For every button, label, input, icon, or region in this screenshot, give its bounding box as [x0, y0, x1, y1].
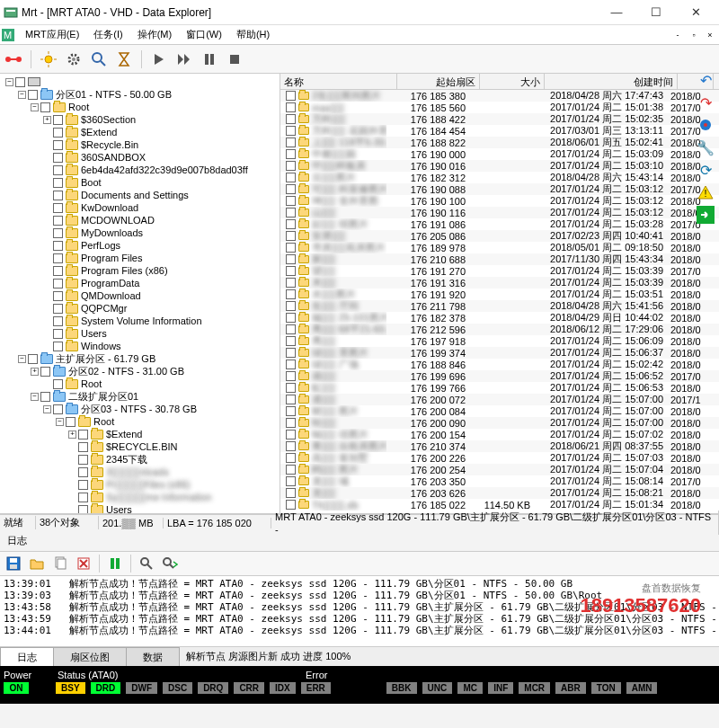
tree-node[interactable]: Boot — [2, 176, 278, 189]
row-checkbox[interactable] — [286, 476, 296, 486]
tree-checkbox[interactable] — [53, 216, 63, 226]
row-checkbox[interactable] — [286, 289, 296, 299]
menu-window[interactable]: 窗口(W) — [179, 26, 229, 43]
tree-node[interactable]: −分区01 - NTFS - 50.00 GB — [2, 88, 278, 101]
tree-node[interactable]: −主扩展分区 - 61.79 GB — [2, 352, 278, 365]
tree-checkbox[interactable] — [53, 165, 63, 175]
row-checkbox[interactable] — [286, 254, 296, 264]
row-checkbox[interactable] — [286, 430, 296, 439]
tree-checkbox[interactable] — [53, 253, 63, 263]
mdi-minimize[interactable]: - — [670, 29, 685, 41]
sun-icon[interactable] — [39, 49, 58, 69]
menu-help[interactable]: 帮助(H) — [229, 26, 277, 43]
tree-node[interactable]: −Root — [2, 101, 278, 113]
col-start-sector[interactable]: 起始扇区 — [397, 74, 480, 89]
tree-checkbox[interactable] — [78, 430, 88, 439]
row-checkbox[interactable] — [286, 395, 296, 404]
pause-log-icon[interactable] — [105, 554, 125, 573]
tree-node[interactable]: Windows — [2, 340, 278, 352]
log-output[interactable]: 13:39:01 解析节点成功！节点路径 = MRT ATA0 - zeeksy… — [0, 576, 719, 646]
row-checkbox[interactable] — [286, 278, 296, 288]
tree-node[interactable]: QQPCMgr — [2, 302, 278, 315]
open-icon[interactable] — [27, 554, 47, 573]
close-button[interactable]: ✕ — [676, 4, 715, 22]
tree-node[interactable]: Users — [2, 503, 278, 513]
tree-node[interactable]: MyDownloads — [2, 226, 278, 239]
tree-checkbox[interactable] — [40, 392, 50, 402]
tab-log[interactable]: 日志 — [0, 647, 54, 666]
expand-toggle[interactable]: − — [18, 91, 26, 99]
row-checkbox[interactable] — [286, 184, 296, 194]
row-checkbox[interactable] — [286, 383, 296, 393]
row-checkbox[interactable] — [286, 324, 296, 334]
gear-icon[interactable] — [64, 49, 84, 69]
expand-toggle[interactable]: − — [43, 405, 51, 413]
row-checkbox[interactable] — [286, 301, 296, 311]
row-checkbox[interactable] — [286, 441, 296, 451]
tree-checkbox[interactable] — [53, 115, 63, 125]
minimize-button[interactable]: ― — [597, 4, 636, 22]
row-checkbox[interactable] — [286, 406, 296, 416]
warning-icon[interactable]: ! — [696, 182, 715, 202]
tree-checkbox[interactable] — [53, 379, 63, 389]
list-header[interactable]: 名称 起始扇区 大小 创建时间 — [280, 74, 719, 90]
forward-arrow-icon[interactable] — [696, 205, 715, 225]
row-checkbox[interactable] — [286, 173, 296, 182]
tab-data[interactable]: 数据 — [126, 647, 180, 666]
tree-checkbox[interactable] — [66, 417, 75, 427]
tree-checkbox[interactable] — [53, 128, 63, 138]
tree-checkbox[interactable] — [28, 354, 38, 364]
row-checkbox[interactable] — [286, 453, 296, 463]
find-next-icon[interactable] — [160, 554, 180, 573]
row-checkbox[interactable] — [286, 360, 296, 369]
tree-checkbox[interactable] — [53, 316, 63, 326]
col-ctime[interactable]: 创建时间 — [545, 74, 678, 89]
row-checkbox[interactable] — [286, 126, 296, 136]
expand-toggle[interactable]: − — [31, 103, 39, 111]
tree-checkbox[interactable] — [53, 329, 63, 339]
tree-checkbox[interactable] — [78, 467, 88, 477]
expand-toggle[interactable]: − — [56, 418, 64, 426]
row-checkbox[interactable] — [286, 219, 296, 229]
row-checkbox[interactable] — [286, 266, 296, 276]
tree-checkbox[interactable] — [53, 191, 63, 200]
expand-toggle[interactable]: + — [68, 431, 76, 439]
expand-toggle[interactable]: + — [31, 368, 39, 376]
refresh-icon[interactable]: ⟳ — [696, 160, 715, 180]
tree-node[interactable]: −二级扩展分区01 — [2, 390, 278, 403]
expand-toggle[interactable]: − — [31, 393, 39, 401]
row-checkbox[interactable] — [286, 336, 296, 346]
tree-node[interactable]: +$360Section — [2, 113, 278, 126]
expand-toggle[interactable]: − — [5, 78, 13, 86]
tree-checkbox[interactable] — [28, 90, 38, 100]
row-checkbox[interactable] — [286, 114, 296, 124]
tree-node[interactable]: Pr▒▒▒▒Files (x86) — [2, 478, 278, 491]
hourglass-icon[interactable] — [114, 49, 134, 69]
row-checkbox[interactable] — [286, 488, 296, 498]
row-checkbox[interactable] — [286, 161, 296, 171]
row-checkbox[interactable] — [286, 138, 296, 147]
row-checkbox[interactable] — [286, 418, 296, 428]
stop-icon[interactable] — [225, 49, 244, 69]
tree-node[interactable]: PerfLogs — [2, 239, 278, 252]
search-icon[interactable] — [89, 49, 109, 69]
tree-node[interactable]: System Volume Information — [2, 315, 278, 327]
row-checkbox[interactable] — [286, 500, 296, 510]
tree-node[interactable]: $RECYCLE.BIN — [2, 440, 278, 453]
tree-checkbox[interactable] — [53, 228, 63, 238]
tree-checkbox[interactable] — [53, 153, 63, 163]
mdi-restore[interactable]: ▫ — [687, 29, 701, 41]
tree-checkbox[interactable] — [53, 266, 63, 276]
tree-node[interactable]: Root — [2, 377, 278, 390]
tree-checkbox[interactable] — [53, 404, 63, 414]
tree-checkbox[interactable] — [53, 203, 63, 213]
copy-icon[interactable] — [50, 554, 70, 573]
list-row[interactable]: Th▒▒▒.db176 185 022114.50 KB2017/01/24 周… — [280, 499, 719, 510]
row-checkbox[interactable] — [286, 243, 296, 253]
tree-node[interactable]: 360SANDBOX — [2, 151, 278, 164]
tree-node[interactable]: − — [2, 75, 278, 88]
tree-checkbox[interactable] — [53, 140, 63, 150]
undo-icon[interactable]: ↶ — [696, 70, 715, 90]
expand-toggle[interactable]: + — [43, 116, 51, 124]
row-checkbox[interactable] — [286, 208, 296, 218]
